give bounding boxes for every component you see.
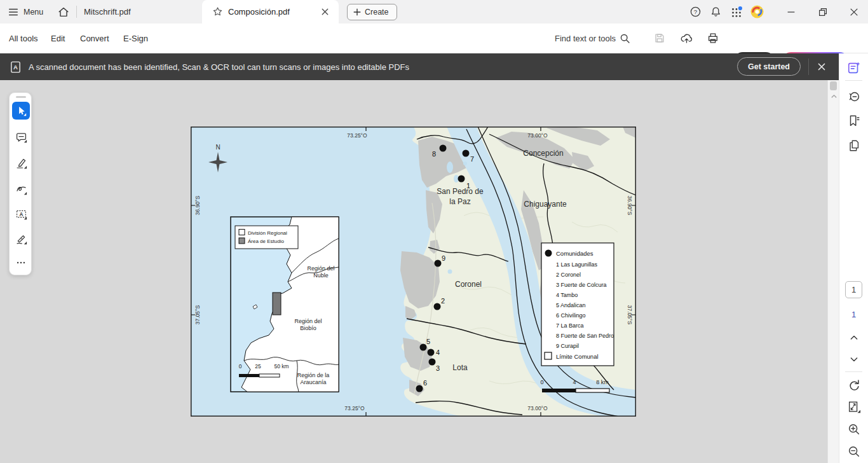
window-close-icon <box>848 6 860 18</box>
highlight-tool[interactable] <box>12 154 30 172</box>
rotate-button[interactable] <box>847 378 861 392</box>
draw-icon <box>15 183 27 195</box>
get-started-button[interactable]: Get started <box>737 57 801 76</box>
draw-tool[interactable] <box>12 180 30 198</box>
help-button[interactable]: ? <box>689 0 702 24</box>
account-logo <box>750 4 764 19</box>
close-tab-icon[interactable] <box>320 7 330 17</box>
legend-title: Comunidades <box>556 250 593 257</box>
scale-8: 8 km <box>596 379 609 385</box>
more-tools[interactable] <box>12 254 30 272</box>
label-sanpedro-1: San Pedro de <box>437 187 484 196</box>
ai-assistant-panel-button[interactable] <box>847 61 861 75</box>
apps-button[interactable] <box>730 0 743 24</box>
lat-right-top: 36.90°S <box>627 196 633 216</box>
esign-menu[interactable]: E-Sign <box>123 24 148 53</box>
help-icon: ? <box>689 6 702 18</box>
point-label-9: 9 <box>442 254 445 262</box>
create-button[interactable]: Create <box>347 4 397 20</box>
legend-item-8: 8 Fuerte de San Pedro <box>556 333 614 339</box>
bell-icon <box>710 6 722 18</box>
get-started-label: Get started <box>748 62 790 71</box>
acrobat-window: Menu Mitschrift.pdf Composición.pdf Crea… <box>0 0 868 463</box>
comments-panel-button[interactable] <box>847 90 861 104</box>
legend-item-2: 2 Coronel <box>556 272 581 278</box>
print-button[interactable] <box>707 24 719 53</box>
fit-page-icon <box>847 400 861 414</box>
page-number-input[interactable]: 1 <box>845 281 862 298</box>
fit-page-button[interactable] <box>847 400 861 414</box>
point-label-1: 1 <box>466 182 470 190</box>
upload-cloud-icon <box>680 32 693 45</box>
svg-text:A: A <box>19 211 23 217</box>
inset-scale-0: 0 <box>239 363 242 370</box>
vertical-scrollbar[interactable] <box>827 80 839 463</box>
scrollbar-thumb[interactable] <box>830 81 837 90</box>
menu-button[interactable]: Menu <box>8 0 43 24</box>
zoom-in-icon <box>847 422 861 436</box>
lon-bottom-right: 73.00°O <box>527 405 548 411</box>
home-button[interactable] <box>57 0 70 24</box>
previous-page-button[interactable] <box>847 331 861 345</box>
tab-mitschrift[interactable]: Mitschrift.pdf <box>84 0 131 24</box>
edit-menu[interactable]: Edit <box>51 24 65 53</box>
next-page-button[interactable] <box>847 352 861 366</box>
add-text-tool[interactable]: A <box>12 205 30 223</box>
all-tools-menu[interactable]: All tools <box>9 24 38 53</box>
page-down-icon <box>848 353 860 366</box>
search-button[interactable] <box>619 24 631 53</box>
map-figure: Concepción San Pedro de la Paz Chiguayan… <box>191 127 636 417</box>
zoom-in-button[interactable] <box>847 422 861 436</box>
banner-close-button[interactable] <box>817 62 827 72</box>
study-area-rect <box>273 293 281 315</box>
save-button[interactable] <box>653 24 666 53</box>
scan-banner: A A scanned document has been identified… <box>0 53 839 80</box>
zoom-out-icon <box>847 445 861 459</box>
notifications-button[interactable] <box>710 0 722 24</box>
tab-composicion[interactable]: Composición.pdf <box>202 0 339 24</box>
lat-left-bottom: 37.05°S <box>194 305 201 325</box>
legend-item-9: 9 Curapil <box>556 343 579 349</box>
star-icon[interactable] <box>212 6 223 17</box>
sign-tool[interactable] <box>12 230 30 247</box>
map-legend: Comunidades 1 Las Lagunillas 2 Coronel 3… <box>541 243 614 366</box>
more-tools-icon <box>15 257 27 268</box>
region-araucania-2: Araucanía <box>300 379 326 385</box>
select-cursor-icon <box>15 105 27 116</box>
current-page: 1 <box>851 285 856 294</box>
rail-drag-handle[interactable] <box>16 96 26 98</box>
ai-assistant-icon <box>847 61 861 75</box>
find-field[interactable]: Find text or tools <box>555 24 616 53</box>
rotate-icon <box>847 378 861 392</box>
select-tool[interactable] <box>12 102 30 120</box>
legend-limit: Límite Comunal <box>556 353 599 360</box>
point-label-3: 3 <box>436 364 440 372</box>
upload-button[interactable] <box>680 24 693 53</box>
plus-icon <box>353 8 362 17</box>
scroll-up-icon[interactable] <box>831 93 837 100</box>
pages-panel-button[interactable] <box>847 139 861 153</box>
window-close-button[interactable] <box>848 0 860 24</box>
inset-map: División Regional Área de Estudio Región… <box>231 217 339 392</box>
lon-top-right: 73.00°O <box>527 132 548 139</box>
bookmarks-panel-button[interactable] <box>847 114 861 128</box>
title-bar: Menu Mitschrift.pdf Composición.pdf Crea… <box>0 0 868 24</box>
banner-close-icon <box>817 62 827 72</box>
minimize-button[interactable] <box>785 0 797 24</box>
account-button[interactable] <box>750 0 764 24</box>
inactive-tab-label: Mitschrift.pdf <box>84 7 131 17</box>
inset-scale-25: 25 <box>255 363 261 370</box>
legend-item-5: 5 Andalican <box>556 302 586 308</box>
zoom-out-button[interactable] <box>847 445 861 459</box>
scan-doc-icon: A <box>9 60 22 74</box>
lon-top-left: 73.25°O <box>347 132 367 139</box>
point-label-8: 8 <box>432 150 436 158</box>
convert-menu[interactable]: Convert <box>80 24 109 53</box>
restore-button[interactable] <box>817 0 829 24</box>
lat-left-top: 36.90°S <box>194 196 201 216</box>
rail-divider <box>845 80 862 81</box>
pdf-page[interactable]: Concepción San Pedro de la Paz Chiguayan… <box>191 127 636 417</box>
svg-text:A: A <box>13 64 18 71</box>
inset-legend-2: Área de Estudio <box>248 238 284 244</box>
comment-tool[interactable] <box>12 128 30 146</box>
